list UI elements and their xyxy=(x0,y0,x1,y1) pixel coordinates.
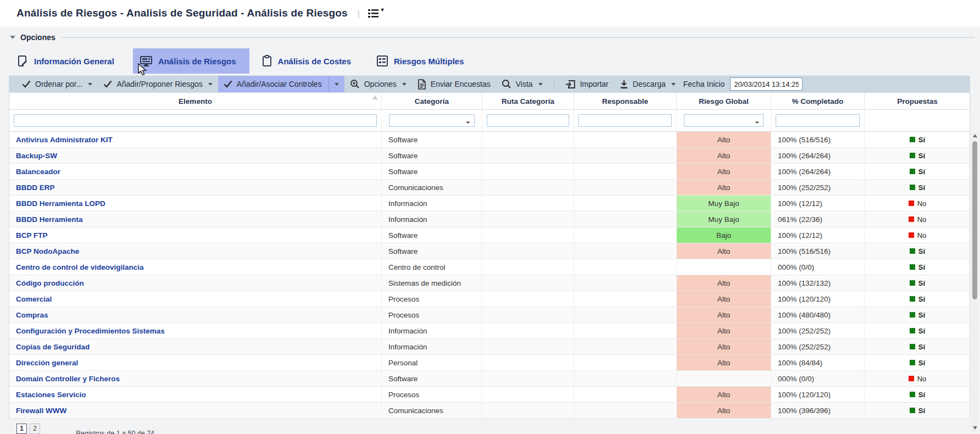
cell-completado: 100% (480/480) xyxy=(771,307,865,322)
cell-completado: 100% (12/12) xyxy=(771,227,865,243)
elemento-link[interactable]: Domain Controller y Ficheros xyxy=(16,375,120,383)
tab-label: Análisis de Riesgos xyxy=(158,57,236,66)
vertical-scrollbar[interactable] xyxy=(971,132,978,432)
elemento-link[interactable]: Centro de control de videovigilancia xyxy=(16,263,144,271)
tab-an-lisis-de-costes[interactable]: Análisis de Costes xyxy=(255,48,364,74)
elemento-link[interactable]: Backup-SW xyxy=(16,152,57,160)
chevron-down-icon: ▼ xyxy=(380,8,385,13)
column-header-propuestas[interactable]: Propuestas xyxy=(865,93,971,109)
elemento-link[interactable]: Comercial xyxy=(16,295,52,303)
tab-label: Análisis de Costes xyxy=(278,57,351,66)
column-header-riesgo-global[interactable]: Riesgo Global xyxy=(677,93,771,109)
column-header-%-completado[interactable]: % Completado xyxy=(771,93,865,109)
cell-elemento: Copias de Seguridad xyxy=(9,339,382,354)
records-count-text: Registros de 1 a 50 de 74 xyxy=(76,430,154,434)
elemento-link[interactable]: Configuración y Procedimientos Sistemas xyxy=(16,327,165,335)
options-panel-header[interactable]: Opciones xyxy=(0,31,980,44)
column-header-elemento[interactable]: Elemento xyxy=(9,93,382,109)
cell-completado: 100% (516/516) xyxy=(771,132,865,147)
clipboard-icon xyxy=(261,55,272,67)
tab-informaci-n-general[interactable]: Información General xyxy=(10,48,127,74)
elemento-link[interactable]: Compras xyxy=(16,311,48,319)
filter-input-3[interactable] xyxy=(578,114,672,127)
fecha-inicio-input[interactable] xyxy=(730,77,803,91)
elemento-link[interactable]: BBDD Herramienta xyxy=(16,215,83,224)
elemento-link[interactable]: Estaciones Servicio xyxy=(16,391,86,399)
filter-cell-4: ⌄ xyxy=(677,110,771,131)
scroll-down-arrow-icon[interactable] xyxy=(971,424,978,432)
elemento-link[interactable]: BBDD Herramienta LOPD xyxy=(16,199,105,208)
cell-ruta-categoria xyxy=(482,371,574,386)
page-button-1[interactable]: 1 xyxy=(16,424,27,434)
cell-ruta-categoria xyxy=(482,387,574,402)
cell-categoria: Procesos xyxy=(382,307,482,322)
elemento-link[interactable]: Balanceador xyxy=(16,168,60,176)
cell-propuestas: Sí xyxy=(865,355,971,370)
cell-propuestas: Sí xyxy=(865,243,971,259)
toolbar-button-enviar-encuestas[interactable]: Enviar Encuestas xyxy=(412,76,496,93)
status-square-icon xyxy=(910,264,915,270)
cell-responsable xyxy=(574,307,677,322)
elemento-link[interactable]: BBDD ERP xyxy=(16,183,55,192)
table-row: BBDD HerramientaInformaciónMuy Bajo061% … xyxy=(9,212,970,227)
column-header-ruta-categoría[interactable]: Ruta Categoría xyxy=(482,93,574,109)
scrollbar-thumb[interactable] xyxy=(972,141,977,299)
toolbar-button-ordenar-por-[interactable]: Ordenar por... xyxy=(16,76,98,93)
cell-ruta-categoria xyxy=(482,403,574,418)
toolbar-button-label: Añadir/Proponer Riesgos xyxy=(116,80,202,88)
dropdown-caret[interactable] xyxy=(328,76,339,93)
toolbar-button-añadir-proponer-riesgos[interactable]: Añadir/Proponer Riesgos xyxy=(98,76,218,93)
title-separator: | xyxy=(358,9,360,18)
column-header-responsable[interactable]: Responsable xyxy=(574,93,677,109)
status-square-icon xyxy=(910,169,915,174)
elemento-link[interactable]: BCP NodoApache xyxy=(16,247,79,255)
cell-propuestas: Sí xyxy=(865,339,971,354)
page-button-2[interactable]: 2 xyxy=(30,424,40,434)
scroll-up-arrow-icon[interactable] xyxy=(971,132,978,140)
filter-input-2[interactable] xyxy=(487,114,569,127)
list-menu-button[interactable]: ▼ xyxy=(368,8,385,19)
toolbar-button-opciones[interactable]: Opciones xyxy=(344,76,412,93)
cell-propuestas: Sí xyxy=(865,132,971,147)
filter-select-1[interactable]: ⌄ xyxy=(389,114,475,127)
status-square-icon xyxy=(910,185,915,190)
chevron-down-icon xyxy=(538,83,543,86)
cell-elemento: Firewall WWW xyxy=(9,403,382,418)
toolbar-button-descarga[interactable]: Descarga xyxy=(614,76,681,93)
cell-propuestas: Sí xyxy=(865,259,971,275)
column-header-categoría[interactable]: Categoría xyxy=(382,93,482,109)
elemento-link[interactable]: Copias de Seguridad xyxy=(16,343,90,351)
document-icon xyxy=(417,79,426,90)
cell-ruta-categoria xyxy=(482,259,574,275)
table-row: Estaciones ServicioProcesosAlto100% (120… xyxy=(9,387,970,403)
toolbar-button-vista[interactable]: Vista xyxy=(496,76,548,93)
toolbar: Ordenar por... Añadir/Proponer Riesgos A… xyxy=(9,75,970,92)
elemento-link[interactable]: Firewall WWW xyxy=(16,407,66,415)
tab-an-lisis-de-riesgos[interactable]: Análisis de Riesgos xyxy=(133,48,249,74)
elemento-link[interactable]: BCP FTP xyxy=(16,231,48,240)
cell-responsable xyxy=(574,275,677,291)
status-square-icon xyxy=(909,216,914,222)
cell-riesgo-global: Alto xyxy=(677,403,771,418)
elemento-link[interactable]: Código producción xyxy=(16,279,84,287)
filter-input-0[interactable] xyxy=(14,114,377,127)
tab-riesgos-m-ltiples[interactable]: Riesgos Múltiples xyxy=(370,48,477,74)
table-row: Antivirus Administrator KITSoftwareAlto1… xyxy=(9,132,970,148)
toolbar-button-importar[interactable]: Importar xyxy=(560,76,614,93)
cell-elemento: Antivirus Administrator KIT xyxy=(9,132,382,147)
toolbar-button-label: Descarga xyxy=(633,80,666,88)
cell-ruta-categoria xyxy=(482,164,574,179)
pagination: 12 Registros de 1 a 50 de 74 xyxy=(16,420,154,434)
cell-propuestas: Sí xyxy=(865,275,971,291)
risk-table: ElementoCategoríaRuta CategoríaResponsab… xyxy=(9,92,970,419)
toolbar-button-añadir-asociar-controles[interactable]: Añadir/Asociar Controles xyxy=(218,76,344,93)
elemento-link[interactable]: Dirección general xyxy=(16,359,78,367)
cell-responsable xyxy=(574,227,677,243)
filter-input-5[interactable] xyxy=(776,114,860,127)
filter-select-4[interactable]: ⌄ xyxy=(684,114,764,127)
elemento-link[interactable]: Antivirus Administrator KIT xyxy=(16,136,113,144)
table-row: BCP FTPSoftwareBajo100% (12/12)No xyxy=(9,227,970,243)
cell-categoria: Procesos xyxy=(382,291,482,307)
chevron-down-icon xyxy=(671,83,676,86)
cell-completado: 061% (22/36) xyxy=(771,212,865,227)
